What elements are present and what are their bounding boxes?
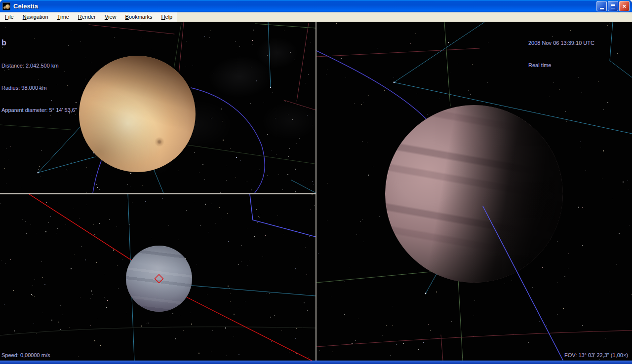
selection-diamond-marker bbox=[155, 275, 163, 283]
selection-marker-layer bbox=[0, 194, 316, 361]
time-overlay: 2008 Nov 06 13:39:10 UTC Real time bbox=[528, 25, 594, 84]
object-distance: Distance: 2.042.500 km bbox=[1, 62, 77, 70]
menu-time[interactable]: Time bbox=[53, 12, 74, 22]
window-controls: × bbox=[596, 1, 630, 11]
view-bottom-left[interactable]: Speed: 0,00000 m/s bbox=[0, 194, 316, 361]
menu-render[interactable]: Render bbox=[74, 12, 100, 22]
window-titlebar[interactable]: Celestia × bbox=[0, 0, 632, 12]
selection-info-overlay: b Distance: 2.042.500 km Radius: 98.000 … bbox=[1, 24, 77, 129]
menu-bookmarks[interactable]: Bookmarks bbox=[121, 12, 157, 22]
window-bottom-border bbox=[0, 361, 632, 364]
menu-band: File Navigation Time Render View Bookmar… bbox=[0, 12, 177, 22]
time-mode-text: Real time bbox=[528, 62, 594, 69]
menu-navigation[interactable]: Navigation bbox=[18, 12, 53, 22]
viewport-area: b Distance: 2.042.500 km Radius: 98.000 … bbox=[0, 22, 632, 361]
left-column: b Distance: 2.042.500 km Radius: 98.000 … bbox=[0, 22, 316, 361]
menu-file[interactable]: File bbox=[0, 12, 18, 22]
celestia-logo-icon bbox=[2, 2, 10, 10]
datetime-text: 2008 Nov 06 13:39:10 UTC bbox=[528, 39, 594, 47]
fov-overlay: FOV: 13° 03' 22,3" (1,00×) bbox=[564, 352, 628, 359]
minimize-button[interactable] bbox=[596, 1, 607, 11]
view-top-left[interactable]: b Distance: 2.042.500 km Radius: 98.000 … bbox=[0, 22, 316, 193]
close-icon: × bbox=[623, 3, 627, 9]
menu-view[interactable]: View bbox=[100, 12, 121, 22]
menubar: File Navigation Time Render View Bookmar… bbox=[0, 12, 632, 22]
object-apparent-diameter: Apparent diameter: 5° 14' 53,6" bbox=[1, 107, 77, 114]
minimize-icon bbox=[600, 8, 604, 9]
maximize-button[interactable] bbox=[608, 1, 618, 11]
close-button[interactable]: × bbox=[619, 1, 630, 11]
object-radius: Radius: 98.000 km bbox=[1, 84, 77, 92]
maximize-icon bbox=[611, 4, 615, 8]
view-right[interactable]: 2008 Nov 06 13:39:10 UTC Real time FOV: … bbox=[316, 22, 632, 361]
planet-tan[interactable] bbox=[79, 56, 196, 172]
speed-overlay: Speed: 0,00000 m/s bbox=[1, 352, 50, 359]
menu-help[interactable]: Help bbox=[157, 12, 177, 22]
celestia-window: Celestia × File Navigation Time Render V… bbox=[0, 0, 632, 364]
object-name: b bbox=[1, 38, 77, 47]
window-title: Celestia bbox=[13, 2, 596, 10]
